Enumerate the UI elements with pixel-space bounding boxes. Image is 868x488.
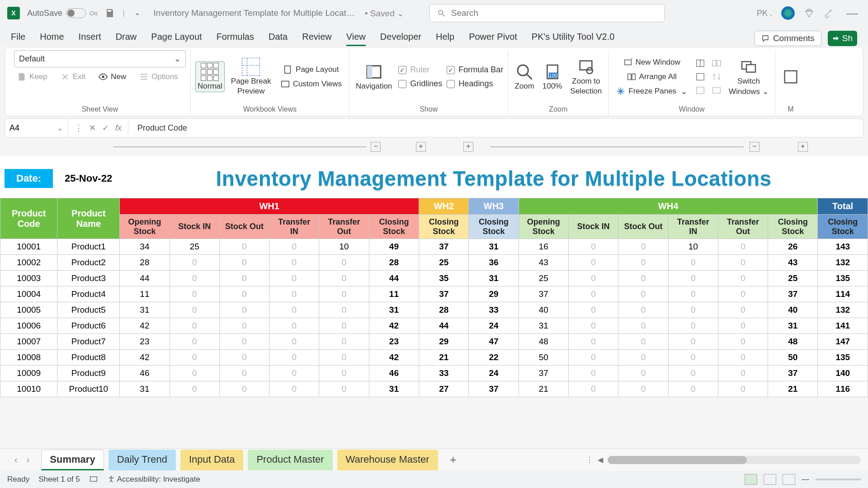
cell[interactable]: 140 <box>818 366 868 381</box>
search-input[interactable] <box>451 8 657 18</box>
cell[interactable]: 0 <box>718 366 768 381</box>
table-row[interactable]: 10001Product134250010493731160010026143 <box>0 239 868 255</box>
cell[interactable]: 0 <box>718 350 768 366</box>
cell[interactable]: 31 <box>369 302 419 318</box>
cell[interactable]: 46 <box>120 366 170 381</box>
outline-collapse-button[interactable]: − <box>750 142 760 152</box>
zoom-100-button[interactable]: 100100% <box>541 62 564 92</box>
cell[interactable]: 0 <box>219 334 269 350</box>
cell[interactable]: 0 <box>319 286 369 302</box>
cell[interactable]: 0 <box>618 334 668 350</box>
cell[interactable]: 24 <box>469 318 519 334</box>
sheet-tab-summary[interactable]: Summary <box>41 450 104 470</box>
cell[interactable]: 0 <box>219 366 269 381</box>
user-avatar-icon[interactable] <box>781 6 795 20</box>
cell[interactable]: 0 <box>269 239 319 255</box>
fx-icon[interactable]: fx <box>115 123 122 133</box>
cell[interactable]: Product3 <box>57 271 120 286</box>
cell[interactable]: 132 <box>818 302 868 318</box>
cell[interactable]: 22 <box>469 350 519 366</box>
cell[interactable]: 31 <box>120 381 170 397</box>
cell[interactable]: 25 <box>519 271 568 286</box>
sub-col[interactable]: Stock IN <box>170 215 219 239</box>
options-button[interactable]: Options <box>136 71 181 83</box>
cell[interactable]: 0 <box>568 302 618 318</box>
ribbon-tab-review[interactable]: Review <box>302 29 332 46</box>
cell[interactable]: 0 <box>668 302 718 318</box>
cell[interactable]: 135 <box>818 271 868 286</box>
cell[interactable]: 0 <box>319 334 369 350</box>
cell[interactable]: 21 <box>519 381 568 397</box>
cell[interactable]: 0 <box>618 318 668 334</box>
cell[interactable]: 0 <box>718 334 768 350</box>
table-row[interactable]: 10008Product842000042212250000050135 <box>0 350 868 366</box>
cell[interactable]: 0 <box>319 366 369 381</box>
cell[interactable]: 0 <box>568 381 618 397</box>
cell[interactable]: Product7 <box>57 334 120 350</box>
table-row[interactable]: 10006Product642000042442431000031141 <box>0 318 868 334</box>
name-box[interactable]: A4⌄ <box>5 119 68 137</box>
cell[interactable]: 0 <box>668 318 718 334</box>
cell[interactable]: 0 <box>319 381 369 397</box>
cell[interactable]: 10010 <box>0 381 57 397</box>
col-wh3[interactable]: WH3 <box>469 198 519 215</box>
cell[interactable]: 10008 <box>0 350 57 366</box>
cell[interactable]: 0 <box>219 271 269 286</box>
side-by-side-icon[interactable] <box>711 58 722 68</box>
cell[interactable]: 0 <box>319 271 369 286</box>
cell[interactable]: 0 <box>219 255 269 271</box>
cancel-icon[interactable]: ✕ <box>89 123 96 133</box>
horizontal-scrollbar[interactable] <box>608 456 861 464</box>
cell[interactable]: 37 <box>519 366 568 381</box>
cell[interactable]: 43 <box>768 255 818 271</box>
cell[interactable]: 28 <box>369 255 419 271</box>
cell[interactable]: 37 <box>768 366 818 381</box>
worksheet[interactable]: Date: 25-Nov-22 Inventory Management Tem… <box>0 156 868 397</box>
cell[interactable]: 0 <box>319 350 369 366</box>
cell[interactable]: 0 <box>269 286 319 302</box>
table-row[interactable]: 10010Product1031000031273721000021116 <box>0 381 868 397</box>
cell[interactable]: 0 <box>618 255 668 271</box>
cell[interactable]: 0 <box>269 318 319 334</box>
cell[interactable]: 0 <box>219 318 269 334</box>
cell[interactable]: 0 <box>618 366 668 381</box>
cell[interactable]: 0 <box>170 271 219 286</box>
search-box[interactable] <box>429 4 665 22</box>
cell[interactable]: 28 <box>120 255 170 271</box>
cell[interactable]: 37 <box>469 381 519 397</box>
cell[interactable]: 0 <box>668 350 718 366</box>
cell[interactable]: 37 <box>768 286 818 302</box>
cell[interactable]: 0 <box>618 271 668 286</box>
sub-col[interactable]: Closing Stock <box>818 215 868 239</box>
ribbon-tab-draw[interactable]: Draw <box>116 29 137 46</box>
table-row[interactable]: 10007Product723000023294748000048147 <box>0 334 868 350</box>
sub-col[interactable]: Opening Stock <box>519 215 568 239</box>
cell[interactable]: 10002 <box>0 255 57 271</box>
cell[interactable]: 135 <box>818 350 868 366</box>
sheet-tab-warehouse-master[interactable]: Warehouse Master <box>337 450 438 470</box>
cell[interactable]: 0 <box>170 302 219 318</box>
sub-col[interactable]: Opening Stock <box>120 215 170 239</box>
unhide-icon[interactable] <box>694 85 706 95</box>
formula-bar-checkbox[interactable]: Formula Bar <box>447 65 503 75</box>
outline-expand-button[interactable]: + <box>416 142 426 152</box>
cell[interactable]: Product2 <box>57 255 120 271</box>
cell[interactable]: Product6 <box>57 318 120 334</box>
cell[interactable]: 0 <box>219 302 269 318</box>
cell[interactable]: 0 <box>668 366 718 381</box>
cell[interactable]: 0 <box>170 255 219 271</box>
autosave-toggle[interactable] <box>66 8 86 18</box>
cell[interactable]: 0 <box>718 302 768 318</box>
col-product-name[interactable]: Product Name <box>57 198 120 239</box>
sub-col[interactable]: Closing Stock <box>768 215 818 239</box>
cell[interactable]: 47 <box>469 334 519 350</box>
cell[interactable]: 31 <box>469 271 519 286</box>
sheet-tab-input-data[interactable]: Input Data <box>180 450 244 470</box>
tab-options-icon[interactable]: ⋮ <box>586 455 593 464</box>
cell[interactable]: 0 <box>618 239 668 255</box>
cell[interactable]: 23 <box>120 334 170 350</box>
cell[interactable]: 50 <box>519 350 568 366</box>
cell[interactable]: 0 <box>319 318 369 334</box>
ribbon-tab-file[interactable]: File <box>11 29 25 46</box>
cell[interactable]: 44 <box>419 318 469 334</box>
